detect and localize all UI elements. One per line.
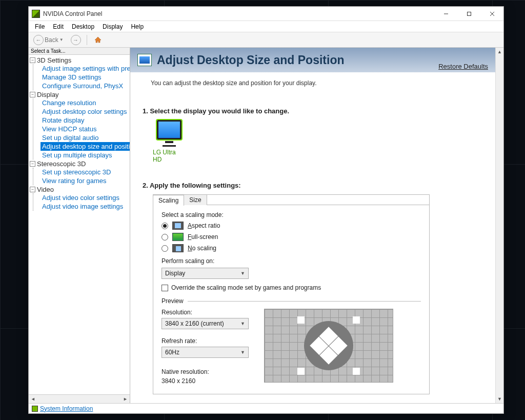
step2-heading: 2. Apply the following settings: [143, 182, 483, 189]
tree-collapse-icon[interactable]: − [30, 187, 35, 192]
checkbox-icon [161, 285, 168, 291]
nav-item[interactable]: Set up multiple displays [41, 151, 114, 159]
sidebar-horizontal-scrollbar[interactable]: ◄ ► [29, 394, 130, 403]
radio-icon [161, 245, 168, 252]
restore-defaults-link[interactable]: Restore Defaults [438, 63, 488, 70]
no-scaling-icon [172, 244, 184, 252]
forward-button[interactable]: → [69, 34, 83, 46]
back-arrow-icon: ← [33, 35, 44, 45]
nav-item[interactable]: Rotate display [41, 116, 86, 125]
statusbar: System Information [29, 403, 503, 413]
tab-size[interactable]: Size [184, 194, 207, 205]
preview-label: Preview [161, 297, 184, 305]
nav-item[interactable]: Change resolution [41, 98, 98, 107]
dropdown-value: 3840 x 2160 (current) [165, 320, 224, 327]
scroll-up-icon[interactable]: ▲ [496, 48, 503, 56]
radio-label: Full-screen [188, 233, 218, 241]
resolution-label: Resolution: [161, 309, 249, 316]
tree-collapse-icon[interactable]: − [30, 57, 35, 63]
content-vertical-scrollbar[interactable]: ▲ ▼ [495, 48, 503, 403]
monitor-icon [157, 120, 181, 139]
radio-label: Aspect ratio [188, 222, 220, 229]
app-window: NVIDIA Control Panel File Edit Desktop D… [28, 6, 504, 414]
menu-edit[interactable]: Edit [49, 22, 68, 31]
nav-item[interactable]: Adjust image settings with preview [41, 64, 130, 73]
menu-file[interactable]: File [31, 22, 49, 31]
step1-heading: 1. Select the display you would like to … [143, 107, 483, 115]
back-dropdown-icon: ▼ [59, 37, 64, 42]
radio-label: No scaling [188, 245, 216, 252]
scroll-left-icon[interactable]: ◄ [29, 395, 37, 403]
radio-aspect-ratio[interactable]: Aspect ratio [161, 222, 421, 230]
toolbar: ← Back ▼ → [29, 32, 503, 48]
chevron-down-icon: ▼ [240, 321, 245, 326]
radio-full-screen[interactable]: Full-screen [161, 233, 421, 241]
nav-item[interactable]: Configure Surround, PhysX [41, 82, 125, 90]
svg-rect-1 [467, 12, 471, 15]
nav-tree[interactable]: −3D SettingsAdjust image settings with p… [29, 55, 130, 394]
radio-icon [161, 234, 168, 241]
perform-scaling-label: Perform scaling on: [161, 257, 421, 265]
perform-scaling-dropdown[interactable]: Display ▼ [161, 268, 249, 279]
display-selector[interactable]: LG Ultra HD [153, 120, 186, 163]
page-title: Adjust Desktop Size and Position [157, 53, 344, 67]
minimize-button[interactable] [434, 7, 457, 21]
page-header-icon [137, 54, 152, 66]
chevron-down-icon: ▼ [240, 350, 245, 355]
nav-item[interactable]: Adjust desktop size and position [41, 142, 130, 151]
scroll-right-icon[interactable]: ► [121, 395, 130, 403]
radio-icon [161, 223, 168, 229]
nav-item[interactable]: View HDCP status [41, 125, 98, 133]
preview-image [264, 309, 393, 383]
tree-group-label[interactable]: Stereoscopic 3D [37, 160, 86, 168]
close-button[interactable] [480, 7, 503, 21]
back-label: Back [45, 36, 58, 44]
radio-no-scaling[interactable]: No scaling [161, 244, 421, 252]
nav-item[interactable]: Adjust video image settings [41, 202, 125, 211]
refresh-label: Refresh rate: [161, 337, 249, 345]
nav-item[interactable]: Set up digital audio [41, 133, 100, 142]
tree-group-label[interactable]: Display [37, 91, 59, 98]
menu-desktop[interactable]: Desktop [68, 22, 98, 31]
tree-group-label[interactable]: 3D Settings [37, 56, 71, 64]
dropdown-value: Display [165, 270, 185, 277]
back-button[interactable]: ← Back ▼ [32, 34, 67, 46]
titlebar: NVIDIA Control Panel [29, 7, 503, 21]
nav-item[interactable]: Manage 3D settings [41, 73, 103, 82]
nav-item[interactable]: Adjust desktop color settings [41, 107, 128, 116]
refresh-dropdown[interactable]: 60Hz ▼ [161, 347, 249, 358]
toolbar-separator [87, 35, 87, 45]
settings-panel: Scaling Size Select a scaling mode: Aspe… [153, 194, 430, 394]
menubar: File Edit Desktop Display Help [29, 21, 503, 32]
native-res-label: Native resolution: [161, 368, 249, 375]
menu-help[interactable]: Help [127, 22, 148, 31]
system-information-link[interactable]: System Information [40, 405, 93, 412]
forward-arrow-icon: → [71, 35, 81, 45]
chevron-down-icon: ▼ [240, 271, 245, 276]
nav-item[interactable]: Adjust video color settings [41, 193, 121, 202]
content-area: Adjust Desktop Size and Position Restore… [130, 48, 495, 403]
nav-item[interactable]: View rating for games [41, 176, 108, 185]
nvidia-status-icon [32, 406, 38, 412]
tree-group-label[interactable]: Video [37, 186, 54, 193]
resolution-dropdown[interactable]: 3840 x 2160 (current) ▼ [161, 318, 249, 329]
tab-scaling[interactable]: Scaling [153, 195, 184, 206]
display-name: LG Ultra HD [153, 149, 186, 163]
task-sidebar: Select a Task... −3D SettingsAdjust imag… [29, 48, 130, 403]
maximize-button[interactable] [457, 7, 480, 21]
window-title: NVIDIA Control Panel [43, 10, 434, 17]
nvidia-logo-icon [32, 10, 40, 18]
native-res-value: 3840 x 2160 [161, 377, 249, 385]
full-screen-icon [172, 233, 184, 241]
page-intro: You can adjust the desktop size and posi… [151, 79, 483, 87]
tree-collapse-icon[interactable]: − [30, 161, 35, 167]
override-checkbox-row[interactable]: Override the scaling mode set by games a… [161, 284, 421, 291]
tree-collapse-icon[interactable]: − [30, 92, 35, 97]
aspect-ratio-icon [172, 222, 184, 230]
nav-item[interactable]: Set up stereoscopic 3D [41, 168, 112, 176]
sidebar-heading: Select a Task... [29, 48, 130, 55]
scroll-down-icon[interactable]: ▼ [496, 395, 503, 403]
home-button[interactable] [91, 34, 105, 46]
override-label: Override the scaling mode set by games a… [171, 284, 321, 291]
menu-display[interactable]: Display [98, 22, 127, 31]
